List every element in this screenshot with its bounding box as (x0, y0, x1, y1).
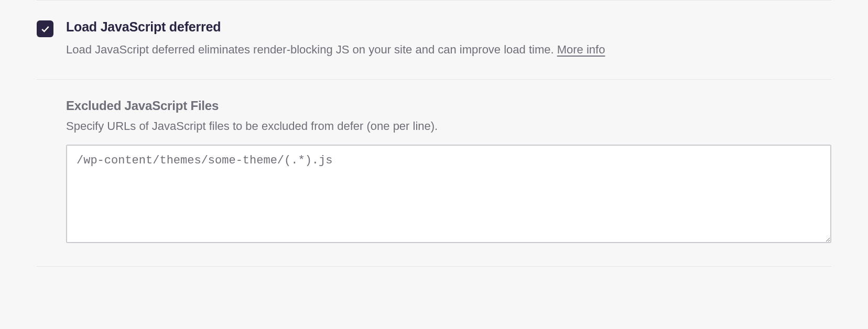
checkmark-icon (40, 24, 50, 34)
excluded-js-textarea[interactable] (66, 145, 831, 243)
defer-js-option-row: Load JavaScript deferred Load JavaScript… (37, 19, 831, 58)
defer-js-checkbox[interactable] (37, 20, 53, 37)
excluded-js-section: Excluded JavaScript Files Specify URLs o… (37, 79, 831, 267)
excluded-js-subsection: Excluded JavaScript Files Specify URLs o… (37, 98, 831, 245)
defer-js-description: Load JavaScript deferred eliminates rend… (66, 41, 831, 58)
defer-js-description-text: Load JavaScript deferred eliminates rend… (66, 43, 557, 56)
defer-js-title: Load JavaScript deferred (66, 19, 831, 35)
settings-panel: Load JavaScript deferred Load JavaScript… (21, 0, 847, 267)
excluded-js-title: Excluded JavaScript Files (66, 98, 831, 113)
defer-js-section: Load JavaScript deferred Load JavaScript… (37, 0, 831, 79)
defer-js-content: Load JavaScript deferred Load JavaScript… (66, 19, 831, 58)
more-info-link[interactable]: More info (557, 43, 605, 56)
excluded-js-description: Specify URLs of JavaScript files to be e… (66, 119, 831, 133)
